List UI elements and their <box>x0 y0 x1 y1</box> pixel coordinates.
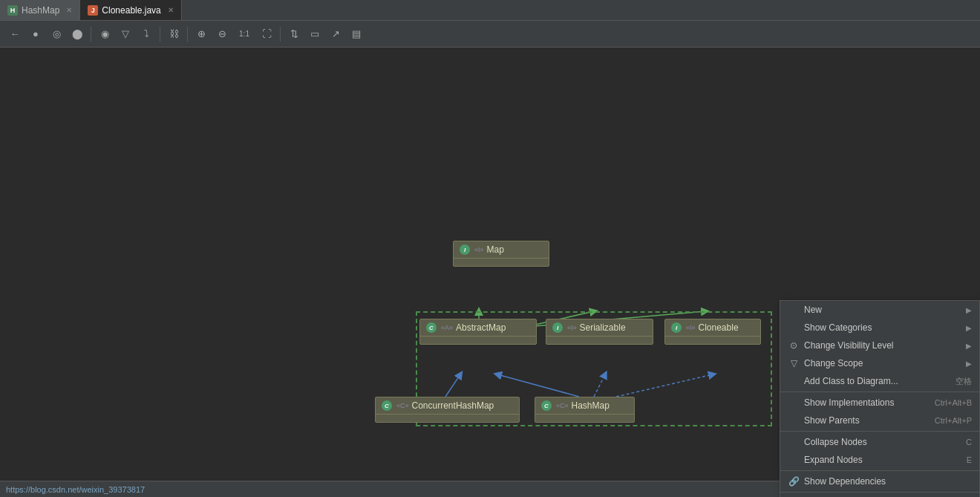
hashmap-tab-label: HashMap <box>22 5 59 16</box>
menu-item-show-dependencies[interactable]: 🔗 Show Dependencies <box>780 472 979 490</box>
node-concurrenthashmap-header: C «C» ConcurrentHashMap <box>376 397 519 415</box>
menu-add-class-shortcut: 空格 <box>956 376 972 387</box>
link-btn[interactable]: ⛓ <box>165 25 183 43</box>
menu-new-icon <box>788 304 800 316</box>
export-btn[interactable]: ↗ <box>327 25 344 43</box>
node-cloneable-modifier: «I» <box>686 324 696 331</box>
node-hashmap-name: HashMap <box>572 400 610 411</box>
svg-line-8 <box>616 374 713 397</box>
cloneable-tab-close[interactable]: ✕ <box>168 6 174 14</box>
menu-item-collapse-nodes[interactable]: Collapse Nodes C <box>780 433 979 451</box>
status-url: https://blog.csdn.net/weixin_39373817 <box>6 485 145 494</box>
route-btn[interactable]: ⤵ <box>137 25 155 43</box>
forward-btn[interactable]: ● <box>27 25 45 43</box>
menu-item-change-visibility[interactable]: ⊙ Change Visibility Level ▶ <box>780 337 979 354</box>
menu-add-class-label: Add Class to Diagram... <box>804 376 898 386</box>
node-cloneable-icon: I <box>671 322 682 333</box>
node-hashmap-modifier: «C» <box>556 402 569 409</box>
node-concurrenthashmap[interactable]: C «C» ConcurrentHashMap <box>375 397 520 423</box>
menu-item-show-categories-left: Show Categories <box>788 322 872 334</box>
node-abstractmap-header: C «A» AbstractMap <box>420 319 536 337</box>
node-map-name: Map <box>487 244 504 255</box>
filter-btn[interactable]: ▽ <box>117 25 134 43</box>
menu-show-impl-label: Show Implementations <box>804 397 894 408</box>
menu-show-parents-label: Show Parents <box>804 415 860 426</box>
menu-show-categories-label: Show Categories <box>804 322 872 333</box>
menu-change-visibility-label: Change Visibility Level <box>804 340 894 351</box>
canvas-area[interactable]: I «I» Map C «A» AbstractMap I «I» Serial… <box>0 48 980 497</box>
node-abstractmap-name: AbstractMap <box>456 322 506 333</box>
node-abstractmap[interactable]: C «A» AbstractMap <box>419 319 537 345</box>
menu-expand-label: Expand Nodes <box>804 455 863 465</box>
eye-btn[interactable]: ◉ <box>96 25 114 43</box>
node-map[interactable]: I «I» Map <box>453 241 549 267</box>
menu-sep2 <box>780 431 979 432</box>
menu-show-parents-shortcut: Ctrl+Alt+P <box>935 416 972 425</box>
menu-item-collapse-left: Collapse Nodes <box>788 436 867 448</box>
node-map-modifier: «I» <box>474 246 484 253</box>
menu-collapse-icon <box>788 436 800 448</box>
hashmap-tab-close[interactable]: ✕ <box>66 6 72 14</box>
node-hashmap[interactable]: C «C» HashMap <box>535 397 635 423</box>
back-btn[interactable]: ← <box>6 25 24 43</box>
share-btn[interactable]: ⇅ <box>285 25 303 43</box>
save-btn[interactable]: ▭ <box>306 25 324 43</box>
menu-change-visibility-icon: ⊙ <box>788 340 800 351</box>
node-serializable-header: I «I» Serializable <box>546 319 653 337</box>
node-cloneable-body <box>665 337 760 344</box>
menu-item-add-class-left: Add Class to Diagram... <box>788 375 898 387</box>
toolbar: ← ● ◎ ⬤ ◉ ▽ ⤵ ⛓ ⊕ ⊖ 1:1 ⛶ ⇅ ▭ ↗ ▤ <box>0 21 980 48</box>
node-cloneable-name: Cloneable <box>699 322 739 333</box>
node-abstractmap-modifier: «A» <box>441 324 453 331</box>
node-cloneable[interactable]: I «I» Cloneable <box>664 319 761 345</box>
node-abstractmap-icon: C <box>426 322 437 333</box>
menu-expand-shortcut: E <box>967 455 972 464</box>
refresh-btn[interactable]: ◎ <box>48 25 65 43</box>
menu-item-add-class[interactable]: Add Class to Diagram... 空格 <box>780 372 979 390</box>
node-abstractmap-body <box>420 337 536 344</box>
node-serializable-icon: I <box>552 322 563 333</box>
tab-cloneable[interactable]: J Cloneable.java ✕ <box>80 0 181 20</box>
svg-line-6 <box>497 374 579 397</box>
menu-sep4 <box>780 492 979 493</box>
actual-size-btn[interactable]: 1:1 <box>234 25 255 43</box>
menu-add-class-icon <box>788 375 800 387</box>
menu-change-scope-label: Change Scope <box>804 358 863 368</box>
node-hashmap-body <box>535 415 634 422</box>
menu-change-scope-arrow: ▶ <box>966 360 972 368</box>
menu-item-show-implementations[interactable]: Show Implementations Ctrl+Alt+B <box>780 394 979 412</box>
menu-item-change-scope[interactable]: ▽ Change Scope ▶ <box>780 354 979 372</box>
node-map-header: I «I» Map <box>454 241 549 259</box>
menu-new-label: New <box>804 305 822 315</box>
home-btn[interactable]: ⬤ <box>68 25 86 43</box>
menu-show-dep-icon: 🔗 <box>788 475 800 487</box>
menu-item-show-parents-left: Show Parents <box>788 415 860 426</box>
menu-item-new[interactable]: New ▶ <box>780 301 979 319</box>
print-btn[interactable]: ▤ <box>347 25 365 43</box>
node-concurrenthashmap-modifier: «C» <box>396 402 409 409</box>
cloneable-tab-icon: J <box>88 5 98 16</box>
node-serializable-name: Serializable <box>580 322 626 333</box>
menu-item-show-categories[interactable]: Show Categories ▶ <box>780 319 979 337</box>
menu-show-parents-icon <box>788 415 800 426</box>
node-serializable-modifier: «I» <box>567 324 577 331</box>
svg-line-5 <box>445 374 460 397</box>
hashmap-tab-icon: H <box>7 5 18 16</box>
node-map-icon: I <box>460 244 470 255</box>
svg-line-7 <box>594 374 605 397</box>
menu-item-delete[interactable]: Delete... Delete <box>780 494 979 497</box>
tab-hashmap[interactable]: H HashMap ✕ <box>0 0 80 20</box>
menu-show-categories-icon <box>788 322 800 334</box>
zoom-in-btn[interactable]: ⊕ <box>192 25 210 43</box>
node-hashmap-header: C «C» HashMap <box>535 397 634 415</box>
node-serializable[interactable]: I «I» Serializable <box>546 319 653 345</box>
node-cloneable-header: I «I» Cloneable <box>665 319 760 337</box>
fit-screen-btn[interactable]: ⛶ <box>258 25 275 43</box>
sep2 <box>160 27 160 42</box>
menu-item-expand-nodes[interactable]: Expand Nodes E <box>780 451 979 469</box>
node-serializable-body <box>546 337 653 344</box>
tab-bar: H HashMap ✕ J Cloneable.java ✕ <box>0 0 980 21</box>
menu-item-show-parents[interactable]: Show Parents Ctrl+Alt+P <box>780 412 979 429</box>
sep1 <box>91 27 91 42</box>
zoom-out-btn[interactable]: ⊖ <box>213 25 231 43</box>
